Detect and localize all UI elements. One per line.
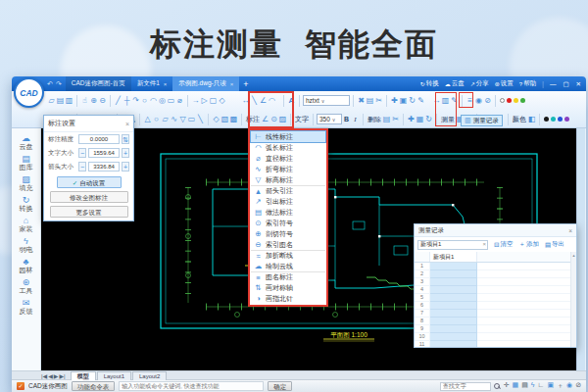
scissors-icon[interactable]: ✂ — [391, 115, 400, 123]
increase-button[interactable]: + — [122, 148, 129, 158]
hatch-icon[interactable]: ▧ — [220, 115, 229, 123]
table-cell[interactable] — [430, 341, 477, 347]
donut-icon[interactable]: ◎ — [158, 96, 167, 105]
sidebar-item[interactable]: ▤ 图库 — [20, 154, 33, 172]
table-cell[interactable] — [430, 333, 477, 341]
color-label[interactable]: 颜色 — [512, 115, 527, 124]
menu-item[interactable]: ⇅ 画对称轴 — [251, 282, 325, 293]
sidebar-item[interactable]: ☁ 云盘 — [20, 133, 33, 151]
menu-item[interactable]: ⊢ 线性标注 — [251, 131, 325, 142]
rect-icon[interactable]: ▭ — [187, 115, 196, 123]
status-icon[interactable]: ◉ — [566, 381, 572, 391]
color-half-icon[interactable]: ◧ — [527, 115, 536, 123]
table-cell[interactable] — [430, 325, 477, 333]
sidebar-item[interactable]: ϟ 弱电 — [20, 236, 33, 254]
sidebar-item[interactable]: ✉ 反馈 — [20, 298, 33, 316]
clipboard-icon[interactable]: ▤ — [382, 115, 391, 123]
confirm-button[interactable]: 确定 — [268, 381, 292, 391]
angular-dim-icon[interactable]: ∠ — [259, 96, 268, 105]
close-icon[interactable]: × — [125, 121, 129, 127]
triangle-icon[interactable]: △ — [143, 115, 152, 123]
status-icon[interactable]: ✛ — [504, 381, 510, 391]
tab-example-dwg[interactable]: 示例图.dwg-只读× — [172, 76, 239, 91]
layout-nav-icon[interactable]: ▶ — [54, 372, 59, 379]
new-tab-button[interactable]: + — [243, 79, 248, 89]
pan-hand-icon[interactable]: ☝ — [80, 96, 89, 105]
back-icon[interactable]: ↶ — [47, 80, 53, 88]
spline-icon[interactable]: ∿ — [170, 115, 178, 123]
scrollbar[interactable]: ▲ — [570, 252, 576, 347]
tab-home[interactable]: CAD迷你画图-首页 — [66, 76, 131, 91]
grid-icon[interactable]: ▦ — [416, 115, 424, 123]
decrease-button[interactable]: − — [78, 148, 86, 158]
titlebar-action[interactable]: ⊛设置 — [495, 79, 514, 88]
line-icon[interactable]: ╱ — [114, 96, 122, 105]
color-swatch[interactable] — [564, 117, 569, 122]
measure-record-icon[interactable]: ▥ — [441, 96, 450, 105]
copy-icon[interactable]: ▤ — [366, 96, 374, 105]
close-icon[interactable]: × — [568, 227, 572, 234]
table-cell[interactable] — [430, 263, 477, 270]
search-icon[interactable] — [494, 383, 501, 390]
increase-button[interactable]: + — [122, 162, 129, 172]
diameter-icon[interactable]: ⌀ — [175, 96, 184, 105]
rotate-icon[interactable]: ▷ — [200, 96, 209, 105]
table-cell[interactable] — [430, 286, 477, 294]
scroll-up-icon[interactable]: ▲ — [572, 253, 576, 258]
bold-button[interactable]: B — [342, 116, 351, 122]
titlebar-action[interactable]: ☁云盘 — [445, 79, 465, 88]
angle-dim-icon[interactable]: ∠ — [261, 115, 270, 123]
layout-nav-icon[interactable]: ▶| — [59, 372, 65, 379]
column-header[interactable]: 新项目1 — [430, 252, 477, 262]
menu-item[interactable]: ⊕ 剖切符号 — [251, 228, 325, 239]
precision-select[interactable]: 0.0000 — [78, 134, 120, 144]
color-swatch[interactable] — [514, 98, 518, 103]
font-select[interactable]: hztxt∨ — [303, 95, 350, 106]
plus-icon[interactable]: ✚ — [407, 115, 416, 123]
titlebar-action[interactable]: ↻转换 — [420, 79, 439, 88]
table-row[interactable]: 10 — [415, 333, 576, 341]
table-row[interactable]: 2 — [415, 270, 576, 278]
command-input[interactable] — [119, 381, 264, 391]
color-swatch[interactable] — [500, 98, 505, 103]
status-icon[interactable]: ▤ — [521, 381, 528, 391]
clear-input-icon[interactable]: × — [482, 241, 486, 247]
box-icon[interactable]: ▢ — [209, 96, 218, 105]
circle-icon[interactable]: ○ — [140, 96, 149, 105]
color-swatch[interactable] — [551, 117, 556, 122]
circle-icon[interactable]: ○ — [152, 115, 161, 123]
sidebar-item[interactable]: ♣ 园林 — [20, 257, 33, 274]
auto-settings-button[interactable]: ✓ 自动设置 — [57, 176, 122, 188]
table-row[interactable]: 6 — [415, 302, 576, 310]
sidebar-item[interactable]: ⊛ 工具 — [20, 277, 33, 295]
rectangle-icon[interactable]: ▭ — [167, 96, 175, 105]
area-dim-icon[interactable]: ▨ — [278, 115, 287, 123]
color-swatch[interactable] — [507, 98, 512, 103]
menu-item[interactable]: ◠ 弧长标注 — [251, 142, 325, 153]
zoom-in-icon[interactable]: ⊕ — [89, 96, 98, 105]
project-name-input[interactable] — [417, 240, 488, 250]
menu-item[interactable]: ▲ 箭头引注 — [251, 185, 325, 196]
menu-item[interactable]: ⌀ 直径标注 — [251, 153, 325, 164]
menu-item[interactable]: ◑ 画指北针 — [251, 293, 325, 304]
pencil-icon[interactable]: ✎ — [450, 96, 459, 105]
tab-layout1[interactable]: Layout1 — [97, 371, 131, 380]
eraser-icon[interactable]: ⊘ — [483, 96, 492, 105]
aligned-dim-icon[interactable]: ╲ — [250, 96, 259, 105]
table-row[interactable]: 7 — [415, 310, 576, 318]
command-list-button[interactable]: 功能命令表 — [72, 381, 116, 391]
tab-model[interactable]: 模型 — [71, 371, 96, 380]
find-text-input[interactable] — [440, 382, 491, 391]
sidebar-item[interactable]: ⌂ 家装 — [20, 216, 33, 233]
arc-icon[interactable]: ◠ — [149, 96, 158, 105]
menu-item[interactable]: ☁ 绘制云线 — [251, 261, 325, 271]
paste-icon[interactable]: ▣ — [399, 96, 408, 105]
layout-nav-icon[interactable]: ◀ — [48, 372, 53, 379]
open-file-icon[interactable]: ▱ — [47, 96, 56, 105]
table-cell[interactable] — [430, 310, 477, 318]
radius-dim-icon[interactable]: ⊙ — [270, 115, 278, 123]
tab-new-file[interactable]: 新文件1× — [131, 76, 173, 91]
move-tool-icon[interactable]: ✚ — [390, 96, 399, 105]
cut-icon[interactable]: ✂ — [374, 96, 383, 105]
status-icon[interactable]: ▦ — [513, 381, 519, 391]
